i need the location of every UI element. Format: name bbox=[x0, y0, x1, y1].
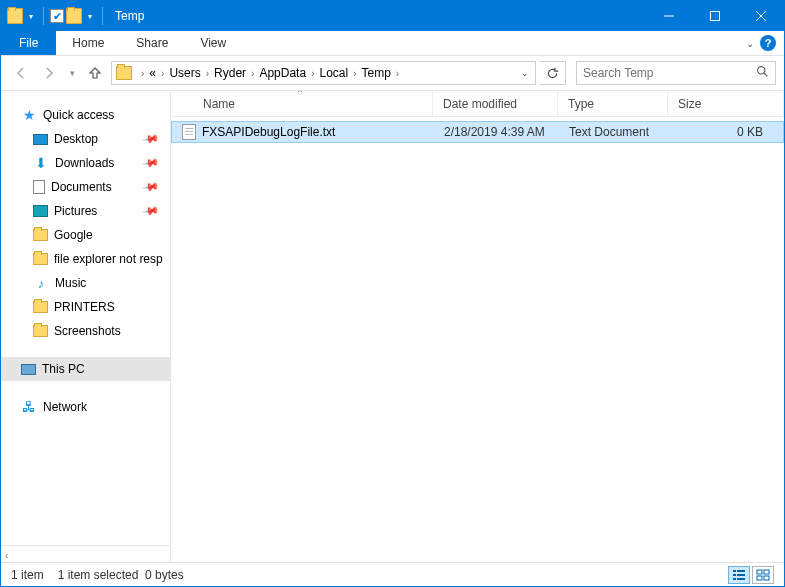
tree-item-music[interactable]: ♪ Music bbox=[1, 271, 170, 295]
tree-label: file explorer not resp bbox=[54, 252, 163, 266]
tree-scroll-left-icon[interactable]: ‹ bbox=[5, 550, 8, 561]
network-icon: 🖧 bbox=[21, 399, 37, 415]
close-button[interactable] bbox=[738, 1, 784, 31]
file-name: FXSAPIDebugLogFile.txt bbox=[202, 125, 335, 139]
column-size[interactable]: Size bbox=[668, 91, 784, 116]
folder-icon bbox=[116, 66, 132, 80]
tree-this-pc[interactable]: This PC bbox=[1, 357, 170, 381]
refresh-button[interactable] bbox=[540, 61, 566, 85]
search-box[interactable] bbox=[576, 61, 776, 85]
status-selected-count: 1 item selected bbox=[58, 568, 139, 582]
file-row[interactable]: FXSAPIDebugLogFile.txt 2/18/2019 4:39 AM… bbox=[171, 121, 784, 143]
folder-icon[interactable] bbox=[7, 8, 23, 24]
svg-rect-7 bbox=[737, 570, 745, 572]
file-list-pane: Name Date modified Type Size FXSAPIDebug… bbox=[171, 91, 784, 562]
tree-item-documents[interactable]: Documents 📌 bbox=[1, 175, 170, 199]
navigation-tree[interactable]: ★ Quick access Desktop 📌 ⬇ Downloads 📌 D… bbox=[1, 91, 171, 562]
quick-access-toolbar: ▾ ✔ ▾ bbox=[1, 7, 107, 25]
tree-item-folder[interactable]: Google bbox=[1, 223, 170, 247]
maximize-button[interactable] bbox=[692, 1, 738, 31]
breadcrumb-item[interactable]: Users› bbox=[169, 66, 214, 80]
view-tab[interactable]: View bbox=[184, 31, 242, 55]
qat-customize-icon[interactable]: ▾ bbox=[84, 12, 96, 21]
address-history-icon[interactable]: ⌄ bbox=[515, 68, 535, 78]
column-headers: Name Date modified Type Size bbox=[171, 91, 784, 117]
search-icon[interactable] bbox=[750, 65, 775, 81]
window-title: Temp bbox=[115, 9, 144, 23]
text-file-icon bbox=[182, 124, 196, 140]
folder-icon bbox=[33, 301, 48, 313]
tree-label: Documents bbox=[51, 180, 112, 194]
help-icon[interactable]: ? bbox=[760, 35, 776, 51]
tree-label: Pictures bbox=[54, 204, 97, 218]
breadcrumb-item[interactable]: Temp› bbox=[362, 66, 405, 80]
up-button[interactable] bbox=[83, 61, 107, 85]
tree-label: This PC bbox=[42, 362, 85, 376]
search-input[interactable] bbox=[577, 66, 750, 80]
file-tab[interactable]: File bbox=[1, 31, 56, 55]
breadcrumb-overflow[interactable]: «› bbox=[149, 66, 169, 80]
recent-locations-button[interactable]: ▾ bbox=[65, 61, 79, 85]
share-tab[interactable]: Share bbox=[120, 31, 184, 55]
breadcrumb-item[interactable]: Ryder› bbox=[214, 66, 259, 80]
home-tab[interactable]: Home bbox=[56, 31, 120, 55]
tree-label: Screenshots bbox=[54, 324, 121, 338]
properties-checkbox-icon[interactable]: ✔ bbox=[50, 9, 64, 23]
svg-line-5 bbox=[764, 73, 767, 76]
svg-rect-11 bbox=[737, 578, 745, 580]
ribbon-expand-icon[interactable]: ⌄ bbox=[746, 38, 754, 49]
new-folder-icon[interactable] bbox=[66, 8, 82, 24]
svg-rect-1 bbox=[711, 12, 720, 21]
status-item-count: 1 item bbox=[11, 568, 44, 582]
breadcrumb-item[interactable]: Local› bbox=[319, 66, 361, 80]
file-date: 2/18/2019 4:39 AM bbox=[434, 125, 559, 139]
forward-button[interactable] bbox=[37, 61, 61, 85]
svg-rect-8 bbox=[733, 574, 736, 576]
tree-item-folder[interactable]: Screenshots bbox=[1, 319, 170, 343]
navigation-bar: ▾ › «› Users› Ryder› AppData› Local› Tem… bbox=[1, 56, 784, 91]
column-type[interactable]: Type bbox=[558, 91, 668, 116]
status-bytes: 0 bytes bbox=[145, 568, 184, 582]
tree-network[interactable]: 🖧 Network bbox=[1, 395, 170, 419]
svg-rect-15 bbox=[764, 576, 769, 580]
details-view-button[interactable] bbox=[728, 566, 750, 584]
column-date[interactable]: Date modified bbox=[433, 91, 558, 116]
tree-item-desktop[interactable]: Desktop 📌 bbox=[1, 127, 170, 151]
tree-item-folder[interactable]: PRINTERS bbox=[1, 295, 170, 319]
address-bar[interactable]: › «› Users› Ryder› AppData› Local› Temp›… bbox=[111, 61, 536, 85]
tree-label: PRINTERS bbox=[54, 300, 115, 314]
tree-label: Google bbox=[54, 228, 93, 242]
main-area: ★ Quick access Desktop 📌 ⬇ Downloads 📌 D… bbox=[1, 91, 784, 562]
svg-rect-14 bbox=[757, 576, 762, 580]
file-rows[interactable]: FXSAPIDebugLogFile.txt 2/18/2019 4:39 AM… bbox=[171, 117, 784, 562]
pin-icon: 📌 bbox=[142, 130, 161, 149]
tree-label: Network bbox=[43, 400, 87, 414]
downloads-icon: ⬇ bbox=[33, 155, 49, 171]
tree-item-folder[interactable]: file explorer not resp bbox=[1, 247, 170, 271]
svg-rect-13 bbox=[764, 570, 769, 574]
tree-label: Music bbox=[55, 276, 86, 290]
tree-item-downloads[interactable]: ⬇ Downloads 📌 bbox=[1, 151, 170, 175]
title-bar: ▾ ✔ ▾ Temp bbox=[1, 1, 784, 31]
tree-label: Desktop bbox=[54, 132, 98, 146]
ribbon: File Home Share View ⌄ ? bbox=[1, 31, 784, 56]
svg-rect-10 bbox=[733, 578, 736, 580]
tree-label: Downloads bbox=[55, 156, 114, 170]
music-icon: ♪ bbox=[33, 275, 49, 291]
tree-quick-access[interactable]: ★ Quick access bbox=[1, 103, 170, 127]
pin-icon: 📌 bbox=[142, 202, 161, 221]
column-name[interactable]: Name bbox=[171, 91, 433, 116]
file-type: Text Document bbox=[559, 125, 669, 139]
svg-point-4 bbox=[758, 67, 765, 74]
folder-icon bbox=[33, 229, 48, 241]
svg-rect-9 bbox=[737, 574, 745, 576]
svg-rect-12 bbox=[757, 570, 762, 574]
pin-icon: 📌 bbox=[142, 154, 161, 173]
tree-item-pictures[interactable]: Pictures 📌 bbox=[1, 199, 170, 223]
minimize-button[interactable] bbox=[646, 1, 692, 31]
documents-icon bbox=[33, 180, 45, 194]
thumbnails-view-button[interactable] bbox=[752, 566, 774, 584]
qat-dropdown-icon[interactable]: ▾ bbox=[25, 12, 37, 21]
breadcrumb-item[interactable]: AppData› bbox=[259, 66, 319, 80]
back-button[interactable] bbox=[9, 61, 33, 85]
